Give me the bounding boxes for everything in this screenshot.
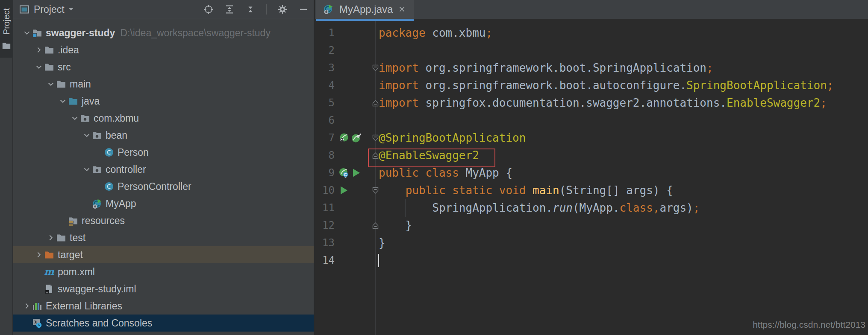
- token-pl: }: [379, 219, 412, 232]
- hide-icon[interactable]: [298, 4, 309, 15]
- chevron-down-icon[interactable]: [34, 62, 44, 72]
- code-line-13[interactable]: 13}: [315, 234, 868, 252]
- chevron-down-icon[interactable]: [46, 79, 56, 89]
- spring-check-icon[interactable]: [351, 133, 362, 143]
- project-panel: Project swagger-studyD:\idea_workspace\s…: [13, 0, 315, 335]
- code-area[interactable]: 1package com.xbmu;23import org.springfra…: [315, 19, 868, 335]
- line-number: 1: [315, 24, 335, 42]
- token-kw: ;: [706, 61, 713, 74]
- tree-item-resources[interactable]: resources: [13, 212, 314, 229]
- tree-item-java[interactable]: java: [13, 93, 314, 110]
- tree-item-external-libraries[interactable]: External Libraries: [13, 297, 314, 315]
- token-an: @SpringBootApplication: [379, 131, 526, 144]
- token-an: SpringBootApplication: [686, 79, 827, 92]
- tree-item-label: com.xbmu: [94, 113, 139, 124]
- code-line-14[interactable]: 14: [315, 252, 868, 269]
- tree-item-target[interactable]: target: [13, 246, 314, 263]
- chevron-down-icon[interactable]: [22, 28, 32, 38]
- tree-item-pom-xml[interactable]: mpom.xml: [13, 263, 314, 280]
- line-number: 6: [315, 112, 335, 129]
- project-view-title[interactable]: Project: [34, 4, 65, 15]
- chevron-down-icon[interactable]: [70, 114, 80, 123]
- tree-item-scratches-and-consoles[interactable]: Scratches and Consoles: [13, 315, 314, 332]
- token-pl: com.xbmu: [426, 26, 486, 39]
- fold-start-marker[interactable]: [372, 187, 379, 194]
- token-an: EnableSwagger2: [727, 96, 820, 109]
- package-icon: [92, 164, 102, 175]
- tree-item-label: test: [70, 232, 85, 244]
- code-line-6[interactable]: 6: [315, 112, 868, 129]
- token-pl: args): [659, 201, 693, 214]
- line-number: 10: [315, 182, 335, 199]
- run-icon[interactable]: [351, 168, 362, 178]
- line-number: 12: [315, 217, 335, 234]
- run-icon[interactable]: [339, 185, 350, 196]
- chevron-spacer: [58, 216, 68, 225]
- tree-item-label: controller: [106, 164, 146, 175]
- folder-icon: [44, 62, 54, 72]
- tree-item-idea[interactable]: .idea: [13, 41, 314, 58]
- token-pl: (String[] args) {: [559, 184, 673, 197]
- settings-gear-icon[interactable]: [277, 4, 288, 15]
- chevron-right-icon[interactable]: [22, 301, 32, 311]
- folder-icon: [2, 41, 11, 50]
- class-icon: C: [104, 181, 114, 192]
- tree-item-main[interactable]: main: [13, 76, 314, 93]
- tree-item-myapp[interactable]: MyApp: [13, 195, 314, 212]
- tree-item-swagger-study-iml[interactable]: swagger-study.iml: [13, 280, 314, 297]
- tree-item-bean[interactable]: bean: [13, 127, 314, 144]
- code-line-1[interactable]: 1package com.xbmu;: [315, 24, 868, 42]
- springboot-run-icon[interactable]: [339, 168, 350, 178]
- tree-item-test[interactable]: test: [13, 229, 314, 246]
- code-line-10[interactable]: 10 public static void main(String[] args…: [315, 182, 868, 199]
- chevron-spacer: [22, 318, 32, 328]
- tree-item-com-xbmu[interactable]: com.xbmu: [13, 110, 314, 127]
- chevron-down-icon[interactable]: [82, 165, 92, 174]
- code-line-12[interactable]: 12 }: [315, 217, 868, 234]
- fold-end-marker[interactable]: [372, 99, 379, 107]
- spring-search-icon[interactable]: [339, 133, 350, 143]
- locate-icon[interactable]: [203, 4, 214, 15]
- tab-myapp-java[interactable]: MyApp.java: [316, 0, 414, 19]
- excluded-folder-icon: [44, 250, 54, 260]
- tree-item-personcontroller[interactable]: CPersonController: [13, 178, 314, 195]
- line-number: 7: [315, 129, 335, 147]
- chevron-down-icon[interactable]: [58, 96, 68, 106]
- code-line-4[interactable]: 4import org.springframework.boot.autocon…: [315, 77, 868, 94]
- gutter-icons: [339, 168, 362, 178]
- token-pl: org.springframework.boot.SpringApplicati…: [419, 61, 706, 74]
- code-line-5[interactable]: 5import springfox.documentation.swagger2…: [315, 94, 868, 112]
- code-line-2[interactable]: 2: [315, 42, 868, 59]
- gutter-icons: [339, 185, 350, 196]
- chevron-right-icon[interactable]: [34, 45, 44, 55]
- tree-item-swagger-study[interactable]: swagger-studyD:\idea_workspace\swagger-s…: [13, 24, 314, 41]
- expand-all-icon[interactable]: [224, 4, 235, 15]
- fold-start-marker[interactable]: [372, 134, 379, 142]
- springboot-icon: [92, 198, 102, 209]
- code-line-3[interactable]: 3import org.springframework.boot.SpringA…: [315, 59, 868, 77]
- chevron-down-icon[interactable]: [82, 131, 92, 140]
- project-stripe-button[interactable]: Project: [0, 0, 13, 58]
- ide-window: Project Project swagger-studyD:\idea_wor…: [0, 0, 868, 335]
- chevron-down-icon[interactable]: [66, 4, 77, 15]
- tree-item-label: resources: [82, 215, 125, 227]
- svg-text:C: C: [107, 183, 111, 190]
- svg-text:C: C: [107, 149, 111, 156]
- tree-item-src[interactable]: src: [13, 58, 314, 76]
- code-text: import org.springframework.boot.autoconf…: [315, 79, 833, 92]
- libraries-icon: [32, 301, 42, 311]
- fold-start-marker[interactable]: [372, 64, 379, 72]
- tree-item-person[interactable]: CPerson: [13, 144, 314, 161]
- code-line-11[interactable]: 11 SpringApplication.run(MyApp.class,arg…: [315, 199, 868, 217]
- tree-item-controller[interactable]: controller: [13, 161, 314, 178]
- line-number: 2: [315, 42, 335, 59]
- line-number: 8: [315, 147, 335, 164]
- chevron-right-icon[interactable]: [34, 250, 44, 259]
- iml-file-icon: [44, 284, 54, 294]
- code-line-7[interactable]: 7@SpringBootApplication: [315, 129, 868, 147]
- collapse-all-icon[interactable]: [245, 4, 256, 15]
- fold-end-marker[interactable]: [372, 222, 379, 229]
- chevron-right-icon[interactable]: [46, 233, 56, 242]
- watermark: https://blog.csdn.net/btt2013: [753, 320, 865, 330]
- close-icon[interactable]: [397, 5, 407, 14]
